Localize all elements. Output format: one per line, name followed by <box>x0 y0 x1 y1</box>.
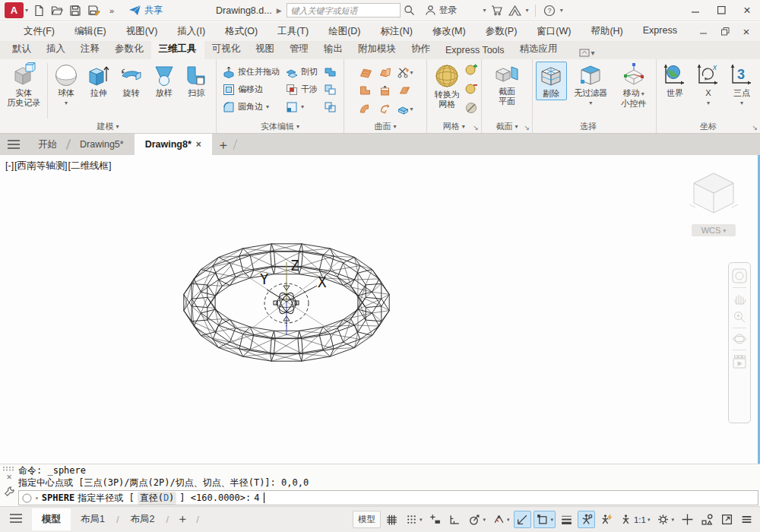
sphere-dropdown-icon[interactable]: ▾ <box>65 98 68 108</box>
ribbon-tab-9[interactable]: 附加模块 <box>350 40 404 59</box>
autodesk-logo-icon[interactable] <box>506 2 524 19</box>
subtract-button[interactable] <box>324 81 337 97</box>
doc-close-button[interactable]: × <box>736 24 757 40</box>
menu-item-3[interactable]: 插入(I) <box>167 22 215 41</box>
layout-tab-0[interactable]: 模型 <box>32 508 71 530</box>
help-dropdown-icon[interactable]: ▾ <box>560 7 563 14</box>
move-gizmo-button[interactable]: 移动▾ 小控件 <box>614 62 653 109</box>
command-option-diameter[interactable]: 直径(D) <box>138 492 177 505</box>
menu-item-12[interactable]: Express <box>633 22 687 41</box>
ribbon-tab-0[interactable]: 默认 <box>5 40 39 59</box>
isodraft-icon[interactable]: ▾ <box>490 511 512 528</box>
slice-button[interactable]: 剖切 <box>286 64 318 80</box>
layout-menu-icon[interactable] <box>5 513 27 526</box>
open-folder-icon[interactable] <box>48 2 66 19</box>
smooth-less-button[interactable] <box>464 82 478 98</box>
title-caret-icon[interactable]: ▶ <box>277 7 282 14</box>
command-grip-icon[interactable] <box>2 466 16 471</box>
command-input-line[interactable]: ▾ SPHERE 指定半径或 [ 直径(D) ] <160.0000>: 4 <box>18 490 758 505</box>
surface-trim-icon[interactable]: ▾ <box>397 66 413 78</box>
close-button[interactable]: × <box>734 0 760 21</box>
revolve-button[interactable]: 旋转 <box>115 62 147 99</box>
viewport-visual-style[interactable]: [二维线框] <box>68 160 112 171</box>
show-motion-icon[interactable] <box>732 354 747 369</box>
ribbon-tab-5[interactable]: 可视化 <box>204 40 249 59</box>
command-wrench-icon[interactable] <box>4 486 15 497</box>
move-gizmo-dropdown-icon[interactable]: ▾ <box>641 90 644 97</box>
smooth-more-button[interactable] <box>464 63 478 79</box>
ucs-x-button[interactable]: x X ▾ <box>695 62 722 109</box>
surface-patch-icon[interactable] <box>359 84 372 97</box>
status-menu-icon[interactable] <box>738 511 755 528</box>
sphere-button[interactable]: 球体 ▾ <box>50 62 83 109</box>
object-snap-icon[interactable]: ▾ <box>534 511 556 528</box>
share-button[interactable]: 共享 <box>128 4 163 17</box>
intersect-button[interactable] <box>324 99 337 115</box>
panel-label-solid-editing[interactable]: 实体编辑▾ <box>217 120 344 133</box>
help-icon[interactable]: ? <box>540 2 559 19</box>
ribbon-tab-6[interactable]: 视图 <box>248 40 282 59</box>
solid-history-button[interactable]: 实体 历史记录 <box>3 62 45 109</box>
annotation-scale-icon[interactable]: 1:1▾ <box>617 511 653 528</box>
annotation-visibility-icon[interactable] <box>578 511 595 528</box>
panel-label-coordinates[interactable]: 坐标 <box>657 120 760 133</box>
crosshair-icon[interactable] <box>679 511 696 528</box>
polar-tracking-icon[interactable]: ▾ <box>466 511 488 528</box>
solidedit-extra-button[interactable]: ▾ <box>286 99 318 115</box>
ribbon-collapse-button[interactable]: ▾ <box>576 46 598 59</box>
culling-button[interactable]: 剔除 <box>536 62 567 100</box>
autodesk-dropdown-icon[interactable]: ▾ <box>526 7 529 14</box>
app-menu-dropdown-icon[interactable]: ▾ <box>25 7 28 14</box>
ribbon-tab-8[interactable]: 输出 <box>316 40 350 59</box>
doc-minimize-button[interactable] <box>693 24 714 40</box>
file-tabs-menu-icon[interactable] <box>0 134 27 155</box>
zoom-icon[interactable] <box>733 310 746 324</box>
more-tools-icon[interactable]: » <box>103 2 121 19</box>
no-filter-button[interactable]: 无过滤器 ▾ <box>569 62 612 109</box>
fillet-edge-dropdown-icon[interactable]: ▾ <box>266 103 269 110</box>
new-layout-button[interactable]: ＋ <box>170 508 195 530</box>
surface-untrim-icon[interactable] <box>378 103 391 115</box>
new-file-icon[interactable] <box>30 2 48 19</box>
doc-restore-button[interactable] <box>714 24 736 40</box>
command-close-icon[interactable]: ✕ <box>6 471 11 482</box>
convert-to-mesh-button[interactable]: 转换为 网格 <box>430 62 464 110</box>
ucs-world-button[interactable]: 世界 <box>660 62 690 99</box>
panel-label-surface[interactable]: 曲面▾ <box>344 120 426 133</box>
extrude-button[interactable]: 拉伸 <box>82 62 115 99</box>
ribbon-tab-1[interactable]: 插入 <box>39 40 73 59</box>
face-edit-dropdown-icon[interactable]: ▾ <box>301 103 304 110</box>
surface-blend-icon[interactable] <box>378 66 391 78</box>
section-plane-button[interactable]: 截面 平面 <box>487 62 527 107</box>
menu-item-7[interactable]: 标注(N) <box>371 22 423 41</box>
file-tab-1[interactable]: Drawing5* <box>69 134 135 155</box>
minimize-button[interactable] <box>682 0 708 21</box>
interfere-button[interactable]: 干涉 <box>286 81 318 97</box>
ucs-3point-dropdown-icon[interactable]: ▾ <box>740 98 743 108</box>
menu-item-6[interactable]: 绘图(D) <box>318 22 370 41</box>
sweep-button[interactable]: 扫掠 <box>180 62 213 99</box>
menu-item-11[interactable]: 帮助(H) <box>581 22 632 41</box>
ucs-3point-button[interactable]: 3 三点 ▾ <box>727 62 757 109</box>
loft-button[interactable]: 放样 <box>147 62 180 99</box>
annotation-autoscale-icon[interactable] <box>597 511 615 528</box>
model-space-toggle[interactable]: 模型 <box>353 511 381 528</box>
cart-icon[interactable] <box>488 2 506 19</box>
recent-commands-dropdown-icon[interactable]: ▾ <box>35 495 39 502</box>
navigation-wheel-icon[interactable] <box>732 268 747 283</box>
ribbon-tab-3[interactable]: 参数化 <box>107 40 151 59</box>
save-as-icon[interactable] <box>84 2 103 19</box>
union-button[interactable] <box>324 64 337 80</box>
menu-item-9[interactable]: 参数(P) <box>476 22 527 41</box>
customization-gear-icon[interactable]: ▾ <box>654 511 676 528</box>
panel-label-modeling[interactable]: 建模▾ <box>0 120 216 133</box>
ortho-icon[interactable] <box>446 511 464 528</box>
maximize-button[interactable] <box>708 0 734 21</box>
snap-mode-icon[interactable] <box>426 511 444 528</box>
lineweight-icon[interactable] <box>558 511 575 528</box>
menu-item-2[interactable]: 视图(V) <box>116 22 168 41</box>
surface-offset-icon[interactable] <box>378 84 391 97</box>
surface-extend-icon[interactable] <box>398 84 411 97</box>
viewport-view-name[interactable]: [西南等轴测] <box>14 160 67 171</box>
account-dropdown-icon[interactable]: ▾ <box>483 7 486 14</box>
